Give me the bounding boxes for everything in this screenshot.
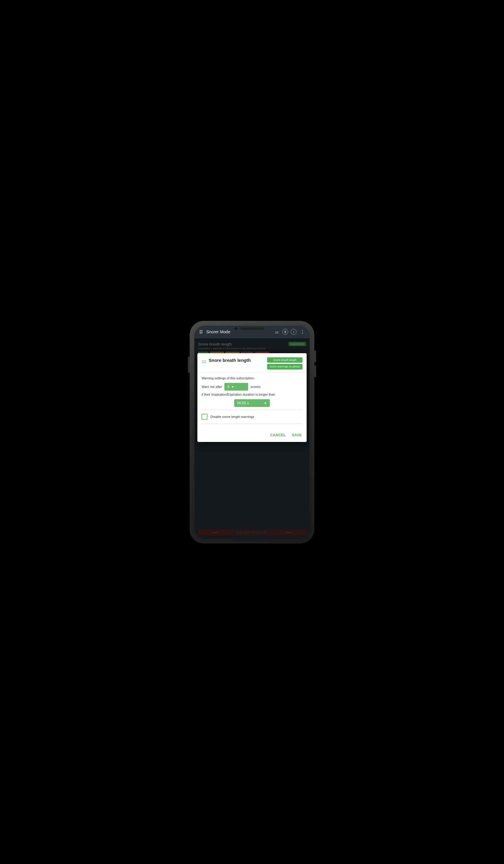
disable-checkbox-row[interactable]: Disable snore length warnings: [202, 412, 302, 421]
info-icon[interactable]: i: [291, 329, 297, 335]
dialog-header: ⚏ Snore breath length Snore breath lengt…: [197, 353, 307, 373]
divider-2: [202, 423, 302, 423]
power-button[interactable]: [188, 357, 190, 373]
save-button[interactable]: SAVE: [291, 432, 302, 439]
dollar-icon[interactable]: $: [282, 329, 288, 335]
condition-text: if their Inspiration/Expiration duration…: [202, 392, 302, 397]
speaker-top: [240, 327, 264, 330]
time-select-row: 00:05 s ▼: [202, 399, 302, 407]
app-title: Snorer Mode: [206, 329, 272, 334]
dialog-title: Snore breath length: [209, 357, 265, 363]
vol-up-button[interactable]: [314, 350, 316, 362]
warn-row: Warn me after 5 ▼ snores: [202, 383, 302, 391]
snore-count-value: 5: [227, 385, 229, 389]
tab-snore-breath[interactable]: Snore breath length: [267, 357, 302, 363]
snore-count-select[interactable]: 5 ▼: [224, 383, 248, 391]
phone-device: ☰ Snorer Mode ⚏ $ i ⋮ Snore breath lengt…: [190, 321, 314, 543]
background-content: Snore breath length Inspiration - expira…: [194, 338, 310, 539]
dialog: ⚏ Snore breath length Snore breath lengt…: [197, 353, 307, 442]
duration-select[interactable]: 00:05 s ▼: [234, 399, 270, 407]
more-icon[interactable]: ⋮: [299, 328, 306, 335]
warning-settings-label: Warning settings of this subscription:: [202, 376, 302, 380]
front-camera: [234, 327, 238, 331]
dialog-body: Warning settings of this subscription: W…: [197, 373, 307, 430]
snore-count-arrow: ▼: [231, 385, 234, 388]
cancel-button[interactable]: CANCEL: [269, 432, 286, 439]
phone-body: ☰ Snorer Mode ⚏ $ i ⋮ Snore breath lengt…: [194, 326, 310, 539]
screen: ☰ Snorer Mode ⚏ $ i ⋮ Snore breath lengt…: [194, 326, 310, 539]
vol-down-button[interactable]: [314, 365, 316, 377]
dialog-settings-icon: ⚏: [202, 358, 206, 364]
disable-label: Disable snore length warnings: [211, 415, 254, 419]
duration-value: 00:05 s: [237, 401, 249, 405]
dialog-tabs: Snore breath length Snore warnings on ph…: [267, 357, 302, 370]
dialog-actions: CANCEL SAVE: [197, 430, 307, 442]
warn-suffix: snores: [251, 385, 260, 388]
filter-icon[interactable]: ⚏: [274, 329, 280, 335]
warn-prefix: Warn me after: [202, 385, 222, 388]
tab-snore-warnings[interactable]: Snore warnings on phone: [267, 364, 302, 370]
speaker-bottom: [237, 531, 267, 533]
disable-checkbox[interactable]: [202, 414, 207, 420]
duration-arrow: ▼: [264, 401, 267, 405]
menu-icon[interactable]: ☰: [198, 329, 204, 335]
